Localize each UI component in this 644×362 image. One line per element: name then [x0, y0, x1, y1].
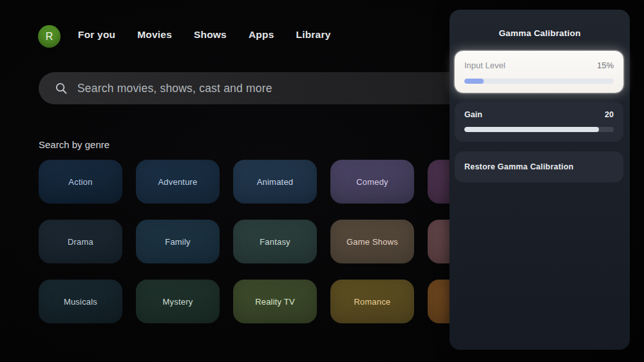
genre-tile-adventure[interactable]: Adventure [136, 160, 220, 204]
genre-tile-mystery[interactable]: Mystery [136, 280, 220, 323]
gain-fill [464, 127, 599, 132]
genre-tile-action[interactable]: Action [39, 160, 122, 204]
top-nav: For you Movies Shows Apps Library [78, 29, 330, 41]
input-level-value: 15% [597, 61, 614, 70]
tab-shows[interactable]: Shows [194, 29, 227, 41]
tab-library[interactable]: Library [296, 29, 331, 41]
genre-tile-family[interactable]: Family [136, 220, 220, 263]
genre-tile-romance[interactable]: Romance [330, 280, 414, 323]
gain-label: Gain [464, 110, 482, 119]
tv-home-screen: R For you Movies Shows Apps Library Sear… [0, 0, 644, 362]
genre-grid: Action Adventure Animated Comedy Drama F… [39, 160, 511, 323]
gain-track[interactable] [464, 127, 614, 132]
genre-section-title: Search by genre [39, 139, 109, 150]
genre-tile-drama[interactable]: Drama [39, 220, 122, 263]
input-level-fill [464, 79, 484, 84]
genre-tile-fantasy[interactable]: Fantasy [233, 220, 317, 263]
genre-tile-comedy[interactable]: Comedy [330, 160, 414, 204]
avatar-letter: R [46, 31, 53, 43]
genre-tile-animated[interactable]: Animated [233, 160, 317, 204]
genre-tile-game-shows[interactable]: Game Shows [330, 220, 414, 263]
restore-button-label: Restore Gamma Calibration [464, 162, 574, 171]
genre-tile-musicals[interactable]: Musicals [39, 280, 122, 323]
tab-for-you[interactable]: For you [78, 29, 115, 41]
search-icon [54, 81, 68, 95]
restore-gamma-calibration-button[interactable]: Restore Gamma Calibration [455, 151, 623, 182]
input-level-label: Input Level [464, 61, 506, 70]
gamma-calibration-panel: Gamma Calibration Input Level 15% Gain 2… [450, 10, 630, 350]
search-placeholder: Search movies, shows, cast and more [77, 82, 272, 95]
genre-tile-reality-tv[interactable]: Reality TV [233, 280, 317, 323]
input-level-track[interactable] [464, 79, 614, 84]
gain-value: 20 [605, 110, 614, 119]
tab-movies[interactable]: Movies [137, 29, 172, 41]
panel-title: Gamma Calibration [450, 28, 630, 38]
gain-slider[interactable]: Gain 20 [455, 102, 623, 142]
tab-apps[interactable]: Apps [249, 29, 274, 41]
input-level-slider[interactable]: Input Level 15% [455, 51, 623, 93]
avatar[interactable]: R [38, 25, 61, 48]
